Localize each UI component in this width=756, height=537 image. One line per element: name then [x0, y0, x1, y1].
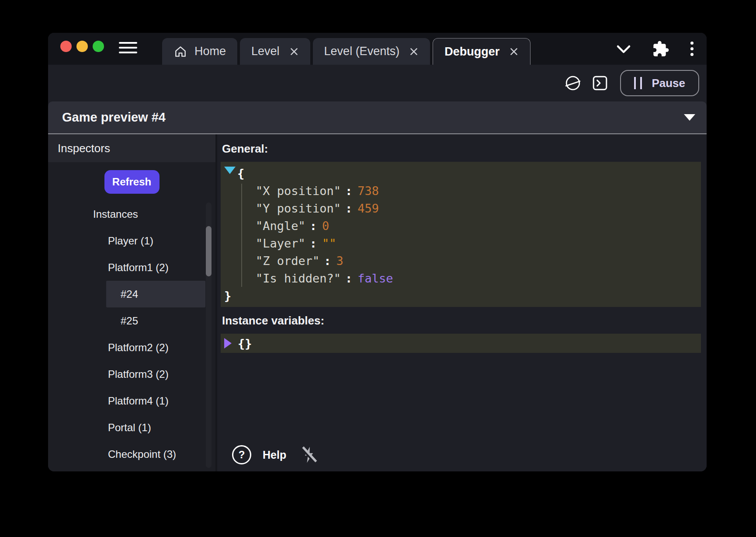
json-colon: : — [345, 184, 352, 198]
home-icon — [173, 45, 187, 59]
tab-level-events[interactable]: Level (Events) — [313, 38, 430, 65]
debugger-toolbar: Pause — [48, 65, 707, 101]
json-property-row: "Z order":3 — [221, 252, 701, 269]
close-icon[interactable] — [509, 47, 519, 56]
json-property-row: "Y position":459 — [221, 199, 701, 217]
help-row: Help — [221, 443, 701, 466]
profiler-gauge-icon[interactable] — [565, 75, 581, 91]
maximize-window-button[interactable] — [93, 41, 104, 52]
instance-tree-item-label: Checkpoint (3) — [108, 448, 176, 460]
instance-tree-item[interactable]: Player (1) — [94, 227, 205, 254]
instance-tree-item[interactable]: Platform1 (2) — [94, 254, 205, 281]
instance-tree-item-label: Platform4 (1) — [108, 395, 169, 407]
json-property-row: "Is hidden?":false — [221, 269, 701, 287]
tab-bar: HomeLevelLevel (Events)Debugger — [48, 33, 707, 65]
json-key: "Y position" — [256, 202, 341, 215]
tab-label: Level (Events) — [324, 45, 400, 58]
indent-guide — [241, 184, 242, 287]
empty-object-value: {} — [238, 337, 252, 350]
json-colon: : — [345, 272, 352, 285]
json-property-row: "X position":738 — [221, 182, 701, 199]
tab-label: Level — [251, 45, 280, 58]
collapse-arrow-icon[interactable] — [224, 167, 236, 174]
instance-tree-item-label: #24 — [121, 288, 138, 300]
console-icon[interactable] — [592, 75, 608, 91]
json-property-row: "Angle":0 — [221, 217, 701, 234]
game-preview-header[interactable]: Game preview #4 — [48, 101, 707, 134]
inspectors-header: Inspectors — [48, 134, 215, 162]
inspectors-panel: Inspectors Refresh InstancesPlayer (1)Pl… — [48, 134, 217, 471]
instance-tree-item[interactable]: #25 — [106, 307, 205, 334]
json-key: "Layer" — [256, 237, 305, 250]
instances-tree: InstancesPlayer (1)Platform1 (2)#24#25Pl… — [48, 201, 215, 471]
json-key: "Is hidden?" — [256, 272, 341, 285]
pause-button[interactable]: Pause — [620, 70, 699, 96]
instance-tree-item-label: Platform3 (2) — [108, 368, 169, 380]
tab-label: Home — [194, 45, 226, 58]
tab-label: Debugger — [444, 45, 499, 59]
caret-down-icon — [684, 114, 695, 121]
window-controls — [60, 41, 104, 52]
instance-variables-json-view: {} — [221, 334, 701, 353]
json-key: "Angle" — [256, 219, 305, 233]
instance-tree-item[interactable]: Ladder (1) — [94, 467, 205, 471]
close-window-button[interactable] — [60, 41, 72, 52]
debugger-content: Inspectors Refresh InstancesPlayer (1)Pl… — [48, 134, 707, 471]
json-value: "" — [322, 237, 336, 250]
pause-button-label: Pause — [652, 77, 685, 90]
instance-tree-item-label: Instances — [93, 208, 138, 220]
instance-variables-label: Instance variables: — [222, 314, 701, 328]
flash-off-icon[interactable] — [299, 445, 319, 464]
help-icon[interactable] — [232, 445, 251, 464]
variables-root-row[interactable]: {} — [221, 334, 252, 353]
instance-tree-item-label: #25 — [121, 315, 138, 327]
kebab-menu-icon[interactable] — [690, 42, 694, 56]
json-value: 459 — [357, 202, 379, 215]
json-entries: "X position":738"Y position":459"Angle":… — [221, 182, 701, 287]
json-value: 738 — [357, 184, 379, 198]
json-root-close-row: } — [221, 287, 701, 304]
close-brace: } — [224, 289, 231, 303]
json-value: false — [357, 272, 393, 285]
json-colon: : — [310, 219, 317, 233]
json-colon: : — [324, 254, 331, 268]
instance-tree-item[interactable]: #24 — [106, 281, 205, 307]
json-colon: : — [310, 237, 317, 250]
general-section-label: General: — [222, 142, 701, 156]
extensions-puzzle-icon[interactable] — [652, 40, 669, 58]
general-json-view: { "X position":738"Y position":459"Angle… — [221, 162, 701, 307]
instance-tree-item[interactable]: Platform2 (2) — [94, 334, 205, 361]
json-root-row[interactable]: { — [221, 164, 701, 182]
open-brace: { — [237, 167, 244, 180]
close-icon[interactable] — [409, 47, 419, 56]
tab-debugger[interactable]: Debugger — [433, 38, 531, 65]
instance-tree-item-label: Platform2 (2) — [108, 342, 169, 354]
instance-tree-item[interactable]: Instances — [79, 201, 205, 227]
expand-arrow-icon[interactable] — [224, 338, 232, 349]
tabbar-actions — [616, 33, 694, 65]
instance-tree-item[interactable]: Checkpoint (3) — [94, 441, 205, 467]
json-property-row: "Layer":"" — [221, 234, 701, 252]
instance-tree-item-label: Portal (1) — [108, 422, 151, 434]
instance-tree-item[interactable]: Platform4 (1) — [94, 387, 205, 414]
inspector-detail-panel: General: { "X position":738"Y position":… — [217, 134, 707, 471]
tab-home[interactable]: Home — [162, 38, 237, 65]
json-value: 3 — [336, 254, 343, 268]
refresh-button[interactable]: Refresh — [104, 170, 160, 194]
main-menu-hamburger-icon[interactable] — [119, 42, 137, 53]
json-value: 0 — [322, 219, 329, 233]
close-icon[interactable] — [289, 47, 299, 56]
help-label[interactable]: Help — [263, 449, 286, 461]
tab-level[interactable]: Level — [240, 38, 310, 65]
chevron-down-icon[interactable] — [616, 44, 631, 54]
app-window: HomeLevelLevel (Events)Debugger Pause Ga… — [48, 33, 707, 471]
spacer — [221, 353, 701, 443]
minimize-window-button[interactable] — [76, 41, 88, 52]
sidebar-scrollbar-thumb[interactable] — [206, 226, 212, 276]
game-preview-title: Game preview #4 — [62, 110, 166, 125]
pause-icon — [634, 77, 642, 89]
instance-tree-item-label: Platform1 (2) — [108, 262, 169, 274]
instance-tree-item[interactable]: Portal (1) — [94, 414, 205, 441]
instance-tree-item[interactable]: Platform3 (2) — [94, 361, 205, 387]
json-key: "X position" — [256, 184, 341, 198]
